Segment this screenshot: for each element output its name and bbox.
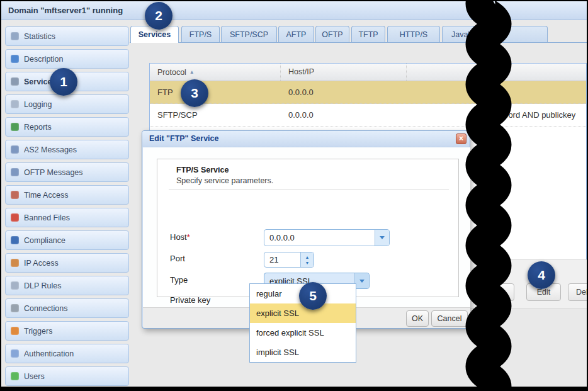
- sidebar-item-users[interactable]: Users: [5, 366, 129, 386]
- grid-row-ftp[interactable]: FTP 0.0.0.0: [150, 81, 586, 104]
- window-title: Domain "mftserver1" running: [1, 1, 587, 20]
- host-value: 0.0.0.0: [264, 230, 389, 246]
- spinner-buttons[interactable]: ▲ ▼: [300, 252, 314, 267]
- tab-sftpscp[interactable]: SFTP/SCP: [221, 26, 277, 42]
- form-heading: FTP/S Service: [176, 166, 229, 174]
- sidebar-item-dlp-rules[interactable]: DLP Rules: [5, 276, 129, 295]
- sidebar-item-label: Statistics: [24, 32, 55, 41]
- grid-row-sftpscp[interactable]: SFTP/SCP 0.0.0.0 word AND publickey: [150, 104, 586, 127]
- cell-protocol: SFTP/SCP: [150, 110, 281, 120]
- cell-protocol: FTP: [150, 88, 281, 97]
- sidebar-item-logging[interactable]: Logging: [5, 94, 129, 114]
- oftp-messages-icon: [11, 168, 19, 176]
- cell-host-ip: 0.0.0.0: [281, 88, 407, 97]
- tab-https[interactable]: HTTP/S: [387, 26, 440, 42]
- ok-button[interactable]: OK: [406, 310, 429, 327]
- host-label: Host*: [170, 232, 190, 242]
- ip-access-icon: [11, 259, 19, 267]
- port-label: Port: [170, 254, 185, 263]
- sidebar-item-label: Description: [24, 55, 64, 64]
- sidebar-item-ip-access[interactable]: IP Access: [5, 253, 129, 273]
- option-explicit-ssl[interactable]: explicit SSL: [250, 303, 356, 323]
- cell-auth: word AND publickey: [407, 110, 586, 120]
- option-forced-explicit-ssl[interactable]: forced explicit SSL: [250, 323, 356, 343]
- banned-files-icon: [11, 213, 19, 222]
- sidebar-item-oftp-messages[interactable]: OFTP Messages: [5, 162, 129, 182]
- grid-header-row: Protocol▲ Host/IP: [150, 64, 586, 81]
- sidebar-item-label: DLP Rules: [24, 281, 62, 290]
- sidebar-item-statistics[interactable]: Statistics: [5, 26, 129, 46]
- sidebar-item-label: AS2 Messages: [24, 145, 77, 154]
- grid-header-auth[interactable]: [407, 64, 586, 81]
- users-icon: [11, 372, 19, 380]
- compliance-icon: [11, 236, 19, 244]
- sidebar-item-label: Authentication: [24, 349, 74, 358]
- sidebar-item-connections[interactable]: Connections: [5, 298, 129, 318]
- grid-header-protocol[interactable]: Protocol▲: [150, 64, 281, 81]
- sidebar-item-label: Reports: [24, 123, 52, 132]
- tabstrip-baseline: [130, 42, 587, 43]
- dialog-title: Edit "FTP" Service: [142, 131, 470, 147]
- tab-aftp[interactable]: AFTP: [278, 26, 314, 42]
- sidebar-item-label: Triggers: [24, 327, 52, 336]
- annotation-badge-3: 3: [181, 79, 208, 107]
- port-stepper[interactable]: 21 ▲ ▼: [264, 252, 314, 268]
- form-divider: [169, 189, 449, 190]
- app-window: Domain "mftserver1" running Statistics D…: [0, 0, 588, 391]
- tab-oftp[interactable]: OFTP: [315, 26, 349, 42]
- sidebar-item-label: Compliance: [24, 236, 65, 245]
- dlp-rules-icon: [11, 281, 19, 290]
- sidebar-item-compliance[interactable]: Compliance: [5, 230, 129, 250]
- services-icon: [11, 77, 19, 86]
- annotation-badge-5: 5: [299, 282, 327, 310]
- sidebar-item-label: Time Access: [24, 191, 68, 200]
- sidebar-item-label: Logging: [24, 100, 52, 109]
- sort-asc-icon: ▲: [189, 69, 195, 75]
- grid-header-host-ip[interactable]: Host/IP: [281, 64, 407, 81]
- time-access-icon: [11, 191, 19, 199]
- type-label: Type: [170, 275, 188, 285]
- sidebar-item-time-access[interactable]: Time Access: [5, 185, 129, 205]
- add-button[interactable]: Add: [480, 283, 514, 301]
- sidebar-item-banned-files[interactable]: Banned Files: [5, 208, 129, 227]
- connections-icon: [11, 304, 19, 312]
- spinner-down-icon[interactable]: ▼: [305, 260, 310, 266]
- annotation-badge-1: 1: [50, 68, 77, 96]
- form-subheading: Specify service parameters.: [176, 176, 273, 185]
- chevron-down-icon[interactable]: [354, 273, 369, 288]
- sidebar-item-label: IP Access: [24, 259, 59, 268]
- description-icon: [11, 55, 19, 63]
- sidebar-item-reports[interactable]: Reports: [5, 117, 129, 137]
- annotation-badge-4: 4: [528, 261, 555, 289]
- private-key-label: Private key: [170, 295, 210, 305]
- cancel-button[interactable]: Cancel: [431, 310, 468, 327]
- tab-tftp[interactable]: TFTP: [351, 26, 385, 42]
- sidebar-item-label: Connections: [24, 304, 68, 313]
- service-form-panel: FTP/S Service Specify service parameters…: [157, 159, 459, 297]
- sidebar-item-description[interactable]: Description: [5, 49, 129, 69]
- reports-icon: [11, 123, 19, 131]
- spinner-up-icon[interactable]: ▲: [305, 254, 310, 260]
- logging-icon: [11, 100, 19, 108]
- sidebar-item-label: Users: [24, 372, 45, 381]
- tab-javaweb[interactable]: JavaW: [442, 26, 548, 42]
- as2-messages-icon: [11, 145, 19, 154]
- required-mark: *: [187, 232, 190, 242]
- tab-ftps[interactable]: FTP/S: [181, 26, 220, 42]
- host-combobox[interactable]: 0.0.0.0: [264, 229, 390, 246]
- chevron-down-icon[interactable]: [375, 230, 389, 246]
- authentication-icon: [11, 349, 19, 358]
- sidebar-item-label: OFTP Messages: [24, 168, 83, 177]
- annotation-badge-2: 2: [145, 2, 172, 30]
- option-implicit-ssl[interactable]: implicit SSL: [250, 343, 356, 362]
- cell-host-ip: 0.0.0.0: [281, 110, 407, 120]
- sidebar-item-label: Banned Files: [24, 213, 70, 222]
- close-icon[interactable]: ×: [456, 133, 466, 144]
- delete-button[interactable]: Delete: [568, 283, 588, 301]
- statistics-icon: [11, 32, 19, 40]
- sidebar-item-as2-messages[interactable]: AS2 Messages: [5, 140, 129, 159]
- triggers-icon: [11, 327, 19, 335]
- sidebar-item-triggers[interactable]: Triggers: [5, 321, 129, 341]
- sidebar-item-authentication[interactable]: Authentication: [5, 344, 129, 363]
